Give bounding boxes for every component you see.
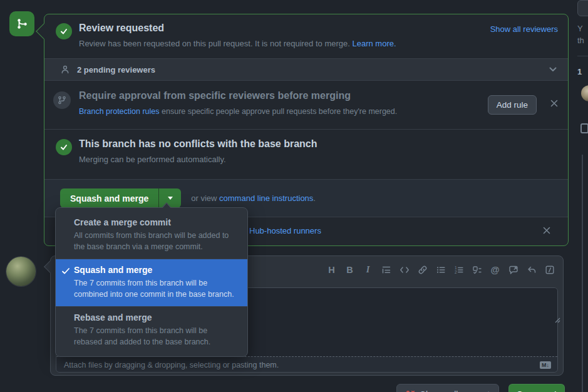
resize-grip-icon[interactable] [554, 316, 560, 323]
reply-icon[interactable] [526, 264, 537, 275]
hosted-runners-link[interactable]: Hub-hosted runners [249, 226, 321, 235]
no-conflicts-description: Merging can be performed automatically. [79, 155, 226, 164]
cli-instructions-text: or view command line instructions. [191, 193, 316, 203]
pr-closed-icon [406, 390, 415, 392]
check-icon [61, 267, 70, 276]
git-merge-icon [9, 11, 34, 36]
sidebar-avatar[interactable] [581, 85, 588, 101]
mention-icon[interactable]: @ [490, 264, 500, 275]
check-circle-icon [56, 139, 72, 155]
check-circle-icon [56, 23, 72, 39]
review-requested-description: Review has been requested on this pull r… [79, 39, 396, 48]
merge-method-dropdown: Create a merge commit All commits from t… [55, 207, 248, 357]
squash-and-merge-button[interactable]: Squash and merge [60, 188, 158, 208]
person-icon [60, 64, 70, 75]
svg-text:1: 1 [455, 265, 457, 269]
quote-icon[interactable] [381, 264, 391, 275]
branch-protection-description: Branch protection rules ensure specific … [79, 107, 397, 116]
sidebar-text-fragment: th [577, 36, 584, 45]
avatar [6, 257, 36, 286]
chevron-down-icon[interactable] [549, 67, 557, 72]
sidebar-button-fragment[interactable] [577, 0, 588, 16]
comment-button[interactable]: Comment [508, 384, 565, 392]
bold-icon[interactable]: B [344, 264, 355, 275]
sidebar-icon-fragment [580, 123, 588, 133]
link-icon[interactable] [417, 264, 428, 275]
no-conflicts-section: This branch has no conflicts with the ba… [44, 129, 568, 179]
show-all-reviewers-link[interactable]: Show all reviewers [490, 24, 558, 34]
git-branch-icon [53, 91, 71, 109]
cross-reference-icon[interactable] [508, 264, 518, 275]
dismiss-protection-icon[interactable] [550, 99, 559, 108]
code-icon[interactable] [399, 264, 410, 275]
menu-item-rebase-and-merge[interactable]: Rebase and merge The 7 commits from this… [56, 306, 247, 354]
slash-commands-icon[interactable] [544, 264, 555, 275]
no-conflicts-title: This branch has no conflicts with the ba… [79, 138, 317, 150]
dismiss-notice-icon[interactable] [542, 226, 551, 235]
caret-down-icon [168, 197, 173, 200]
heading-icon[interactable]: H [326, 264, 337, 275]
pending-reviewers-row[interactable]: 2 pending reviewers [44, 58, 568, 81]
close-pull-request-button[interactable]: Close pull request [396, 384, 499, 392]
menu-item-squash-and-merge[interactable]: Squash and merge The 7 commits from this… [56, 259, 247, 306]
sidebar-divider [577, 56, 588, 56]
learn-more-link[interactable]: Learn more. [352, 39, 396, 48]
attach-files-hint: Attach files by dragging & dropping, sel… [64, 361, 279, 369]
markdown-toolbar: H B I 12 @ [326, 264, 555, 275]
sidebar-count-fragment: 1 [577, 67, 582, 76]
pending-reviewers-label: 2 pending reviewers [77, 65, 155, 75]
unordered-list-icon[interactable] [435, 264, 446, 275]
review-requested-title: Review requested [79, 23, 164, 34]
comment-box-caret [44, 260, 56, 273]
italic-icon[interactable]: I [363, 264, 373, 275]
svg-text:2: 2 [455, 270, 457, 274]
ordered-list-icon[interactable]: 12 [453, 264, 464, 275]
markdown-icon[interactable]: M↓ [540, 361, 551, 369]
sidebar-text-fragment: Y [577, 24, 583, 33]
branch-protection-title: Require approval from specific reviewers… [79, 90, 351, 101]
branch-protection-rules-link[interactable]: Branch protection rules [79, 107, 160, 116]
task-list-icon[interactable] [472, 264, 482, 275]
branch-protection-section: Require approval from specific reviewers… [44, 81, 568, 129]
review-requested-section: Review requested Review has been request… [44, 14, 568, 58]
command-line-instructions-link[interactable]: command line instructions [219, 193, 313, 203]
add-rule-button[interactable]: Add rule [488, 95, 537, 115]
close-pull-request-label: Close pull request [420, 389, 490, 392]
sidebar-vertical-divider [582, 155, 583, 392]
attach-files-bar[interactable]: Attach files by dragging & dropping, sel… [56, 356, 557, 373]
menu-item-create-merge-commit[interactable]: Create a merge commit All commits from t… [56, 212, 247, 259]
